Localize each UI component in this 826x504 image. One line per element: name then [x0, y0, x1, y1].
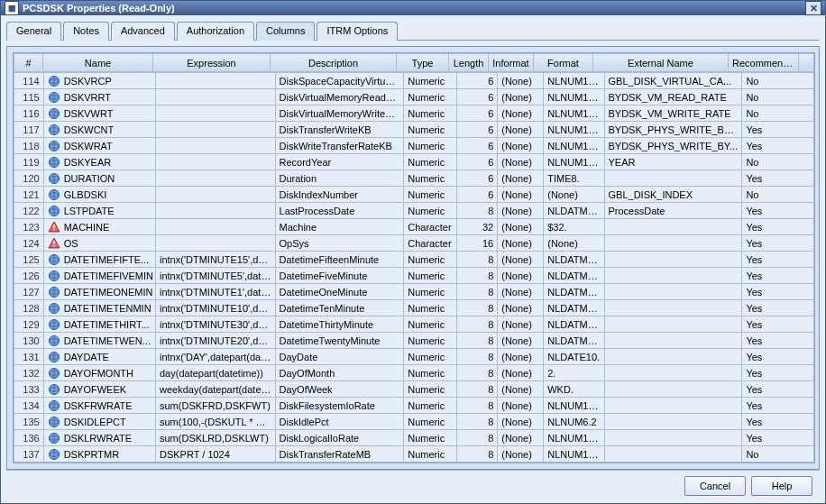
table-row[interactable]: 137DSKPRTMRDSKPRT / 1024DiskTransferRate…	[14, 446, 814, 463]
cell-length: 6	[457, 105, 498, 122]
table-row[interactable]: 114DSKVRCPDiskSpaceCapacityVirtual...Num…	[14, 73, 814, 89]
col-name[interactable]: Name	[43, 54, 153, 72]
tab-general[interactable]: General	[6, 22, 61, 41]
tab-notes[interactable]: Notes	[63, 22, 109, 41]
svg-rect-28	[53, 225, 54, 228]
cell-expression: intnx('DTMINUTE30',dat...	[156, 316, 276, 333]
titlebar[interactable]: ▦ PCSDSK Properties (Read-Only) ✕	[1, 1, 825, 15]
table-row[interactable]: 134DSKFRWRATEsum(DSKFRD,DSKFWT)DiskFiles…	[14, 398, 814, 414]
col-length[interactable]: Length	[449, 54, 489, 72]
cell-length: 8	[457, 333, 498, 349]
cell-description: DiskVirtualMemoryReadR...	[275, 89, 404, 105]
close-button[interactable]: ✕	[805, 1, 821, 15]
table-row[interactable]: 130DATETIMETWEN...intnx('DTMINUTE20',dat…	[14, 333, 814, 349]
help-button[interactable]: Help	[751, 476, 812, 496]
cell-external-name	[604, 316, 742, 333]
table-row[interactable]: 126DATETIMEFIVEMINintnx('DTMINUTE5',date…	[14, 268, 814, 284]
table-row[interactable]: 123MACHINEMachineCharacter32(None)$32.Ye…	[14, 219, 814, 235]
cell-name-text: DATETIMETWEN...	[64, 335, 151, 346]
window-title: PCSDSK Properties (Read-Only)	[23, 3, 175, 14]
cell-format: NLNUM16.2	[544, 73, 604, 89]
tab-itrm-options[interactable]: ITRM Options	[317, 22, 398, 41]
table-row[interactable]: 128DATETIMETENMINintnx('DTMINUTE10',dat.…	[14, 300, 814, 316]
cell-description: DiskIdlePct	[275, 414, 404, 430]
tab-columns[interactable]: Columns	[256, 22, 315, 41]
col-external-name[interactable]: External Name	[593, 54, 729, 72]
col-expression[interactable]: Expression	[153, 54, 271, 72]
cell-expression: sum(100,-(DSKUTL * 100))	[156, 414, 276, 430]
table-row[interactable]: 135DSKIDLEPCTsum(100,-(DSKUTL * 100))Dis…	[14, 414, 814, 430]
cell-format: NLNUM16.2	[544, 122, 604, 138]
cell-type: Numeric	[404, 414, 457, 430]
table-row[interactable]: 122LSTPDATELastProcessDateNumeric8(None)…	[14, 203, 814, 219]
cell-informat: (None)	[498, 268, 544, 284]
tab-advanced[interactable]: Advanced	[111, 22, 175, 41]
cell-description: Duration	[275, 170, 404, 187]
cell-number: 135	[14, 414, 44, 430]
globe-icon	[48, 205, 60, 217]
cell-external-name	[604, 252, 742, 268]
cell-recommended: Yes	[742, 349, 814, 365]
cell-name: DATETIMETWEN...	[43, 333, 155, 349]
cell-expression	[156, 187, 276, 203]
cell-format: (None)	[544, 235, 604, 252]
cell-expression: intnx('DTMINUTE5',datet...	[156, 268, 276, 284]
cell-number: 129	[14, 316, 44, 333]
cancel-button[interactable]: Cancel	[684, 476, 746, 496]
cell-name-text: MACHINE	[64, 222, 110, 233]
cell-informat: (None)	[498, 316, 544, 333]
cell-format: NLNUM16.2	[544, 105, 604, 122]
cell-type: Numeric	[404, 138, 457, 154]
content-area: GeneralNotesAdvancedAuthorizationColumns…	[1, 15, 825, 504]
cell-recommended: Yes	[742, 203, 814, 219]
cell-name: DSKYEAR	[43, 154, 155, 170]
tab-authorization[interactable]: Authorization	[177, 22, 254, 41]
cell-expression: weekday(datepart(datet...	[156, 381, 276, 398]
table-row[interactable]: 118DSKWRATDiskWriteTransferRateKBNumeric…	[14, 138, 814, 154]
table-row[interactable]: 133DAYOFWEEKweekday(datepart(datet...Day…	[14, 381, 814, 398]
table-row[interactable]: 127DATETIMEONEMINintnx('DTMINUTE1',datet…	[14, 284, 814, 300]
cell-description: DatetimeFiveMinute	[275, 268, 404, 284]
cell-length: 6	[457, 122, 498, 138]
cell-type: Numeric	[404, 89, 457, 105]
table-row[interactable]: 132DAYOFMONTHday(datepart(datetime))DayO…	[14, 365, 814, 381]
cell-name: DATETIMETENMIN	[43, 300, 155, 316]
table-row[interactable]: 116DSKVWRTDiskVirtualMemoryWriteR...Nume…	[14, 105, 814, 122]
cell-type: Numeric	[404, 154, 457, 170]
cell-external-name	[604, 235, 742, 252]
table-row[interactable]: 125DATETIMEFIFTE...intnx('DTMINUTE15',da…	[14, 252, 814, 268]
col-format[interactable]: Format	[534, 54, 593, 72]
cell-length: 8	[457, 398, 498, 414]
col-type[interactable]: Type	[397, 54, 449, 72]
table-row[interactable]: 124OSOpSysCharacter16(None)(None)Yes	[14, 235, 814, 252]
table-row[interactable]: 120DURATIONDurationNumeric6(None)TIME8.Y…	[14, 170, 814, 187]
col-informat[interactable]: Informat	[489, 54, 534, 72]
table-row[interactable]: 136DSKLRWRATEsum(DSKLRD,DSKLWT)DiskLogic…	[14, 430, 814, 446]
cell-informat: (None)	[498, 170, 544, 187]
cell-type: Numeric	[404, 333, 457, 349]
cell-expression	[156, 170, 276, 187]
col-description[interactable]: Description	[271, 54, 397, 72]
tab-strip: GeneralNotesAdvancedAuthorizationColumns…	[6, 21, 820, 41]
cell-name-text: DSKPRTMR	[64, 449, 120, 460]
globe-icon	[48, 318, 60, 331]
cell-expression	[156, 235, 276, 252]
cell-recommended: Yes	[742, 138, 814, 154]
table-row[interactable]: 121GLBDSKIDiskIndexNumberNumeric6(None)(…	[14, 187, 814, 203]
table-row[interactable]: 117DSKWCNTDiskTransferWriteKBNumeric6(No…	[14, 122, 814, 138]
grid-body-scroll[interactable]: 114DSKVRCPDiskSpaceCapacityVirtual...Num…	[14, 72, 814, 463]
cell-name-text: DAYDATE	[64, 352, 109, 362]
cell-type: Numeric	[404, 203, 457, 219]
cell-recommended: Yes	[742, 430, 814, 446]
cell-external-name	[604, 284, 742, 300]
table-row[interactable]: 131DAYDATEintnx('DAY',datepart(dat...Day…	[14, 349, 814, 365]
col-number[interactable]: #	[14, 54, 43, 72]
cell-format: NLDATM18.	[544, 316, 604, 333]
globe-icon	[48, 399, 60, 412]
table-row[interactable]: 119DSKYEARRecordYearNumeric6(None)NLNUM1…	[14, 154, 814, 170]
cell-expression	[156, 122, 276, 138]
table-row[interactable]: 129DATETIMETHIRT...intnx('DTMINUTE30',da…	[14, 316, 814, 333]
col-recommended[interactable]: Recommended	[729, 54, 799, 72]
cell-format: TIME8.	[544, 170, 604, 187]
table-row[interactable]: 115DSKVRRTDiskVirtualMemoryReadR...Numer…	[14, 89, 814, 105]
